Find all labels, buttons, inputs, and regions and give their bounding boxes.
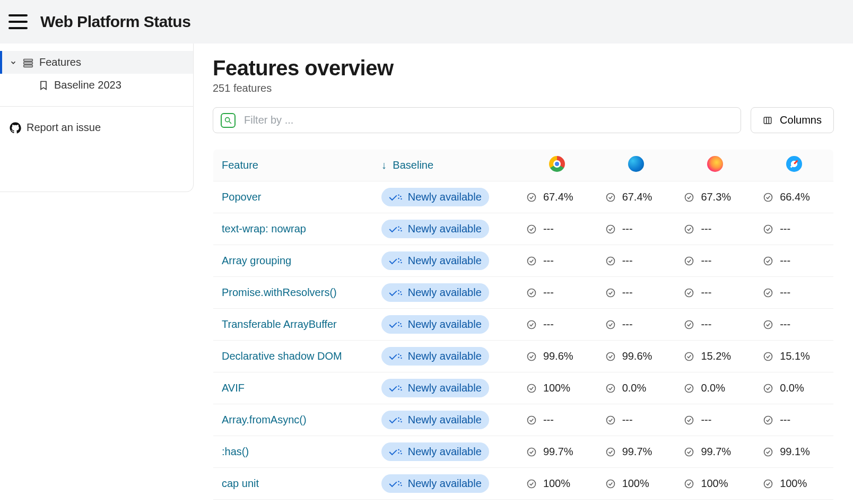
sidebar-item-label: Baseline 2023 (54, 79, 121, 91)
feature-link[interactable]: :has() (222, 446, 249, 457)
browser-cell: 100% (754, 500, 833, 505)
svg-point-12 (527, 193, 535, 201)
browser-value: 99.1% (780, 446, 814, 458)
browser-value: --- (780, 286, 814, 299)
svg-point-64 (398, 417, 399, 418)
svg-point-45 (606, 320, 614, 328)
check-icon (605, 224, 616, 234)
browser-cell: 67.4% (597, 181, 676, 213)
baseline-icon (389, 320, 403, 329)
browser-value: --- (701, 318, 735, 331)
baseline-badge-label: Newly available (408, 255, 482, 267)
browser-value: 15.2% (701, 350, 735, 362)
firefox-icon (707, 156, 723, 172)
browser-value: 100% (543, 477, 577, 490)
browser-cell: --- (597, 213, 676, 245)
svg-point-23 (764, 225, 772, 233)
col-safari[interactable] (754, 150, 833, 181)
search-input[interactable] (244, 114, 733, 126)
baseline-icon (389, 384, 403, 393)
check-icon (763, 383, 773, 394)
col-feature[interactable]: Feature (213, 150, 373, 181)
svg-point-11 (401, 198, 402, 199)
baseline-badge: Newly available (381, 474, 489, 493)
browser-cell: --- (597, 404, 676, 436)
columns-button[interactable]: Columns (751, 107, 834, 133)
svg-point-15 (764, 193, 772, 201)
feature-link[interactable]: Array grouping (222, 255, 291, 266)
browser-value: --- (543, 318, 577, 331)
sidebar-item-features[interactable]: Features (0, 51, 193, 74)
col-chrome[interactable] (518, 150, 597, 181)
browser-cell: 0.0% (597, 372, 676, 404)
browser-cell: 66.4% (754, 181, 833, 213)
browser-cell: --- (597, 309, 676, 341)
browser-value: --- (622, 318, 656, 331)
browser-cell: 100% (518, 468, 597, 500)
svg-point-47 (764, 320, 772, 328)
browser-cell: --- (754, 404, 833, 436)
check-icon (526, 351, 537, 362)
baseline-icon (389, 415, 403, 425)
browser-cell: 100% (754, 468, 833, 500)
check-icon (684, 224, 694, 234)
svg-point-20 (527, 225, 535, 233)
feature-link[interactable]: Declarative shadow DOM (222, 350, 342, 362)
table-row: counter-setNewly available100%100%100%10… (213, 500, 834, 505)
baseline-badge: Newly available (381, 347, 489, 366)
col-edge[interactable] (597, 150, 676, 181)
browser-cell: 100% (597, 468, 676, 500)
svg-point-69 (606, 416, 614, 424)
search-icon (221, 113, 236, 128)
svg-point-53 (606, 352, 614, 360)
browser-cell: --- (597, 245, 676, 277)
sidebar-item-baseline[interactable]: Baseline 2023 (0, 74, 193, 97)
filter-box[interactable] (213, 107, 741, 133)
feature-link[interactable]: Transferable ArrayBuffer (222, 318, 337, 330)
baseline-badge: Newly available (381, 442, 489, 461)
github-icon (10, 122, 21, 134)
sidebar: Features Baseline 2023 Report an issue (0, 44, 194, 192)
col-firefox[interactable] (675, 150, 754, 181)
svg-point-37 (606, 289, 614, 297)
check-icon (526, 415, 537, 425)
browser-cell: 100% (518, 372, 597, 404)
svg-point-78 (685, 448, 693, 456)
sidebar-item-label: Features (39, 56, 81, 68)
svg-point-36 (527, 289, 535, 297)
check-icon (684, 192, 694, 203)
svg-point-19 (401, 230, 402, 231)
app-header: Web Platform Status (0, 0, 853, 44)
browser-cell: --- (518, 245, 597, 277)
browser-value: 67.4% (543, 191, 577, 203)
browser-cell: --- (597, 277, 676, 309)
feature-link[interactable]: cap unit (222, 477, 259, 489)
baseline-badge-label: Newly available (408, 350, 482, 362)
check-icon (763, 479, 773, 489)
browser-value: --- (780, 223, 814, 235)
svg-line-4 (229, 121, 231, 124)
feature-link[interactable]: AVIF (222, 382, 245, 394)
svg-point-28 (527, 257, 535, 265)
svg-point-74 (398, 452, 399, 453)
svg-point-10 (398, 197, 399, 198)
table-row: Array groupingNewly available-----------… (213, 245, 834, 277)
check-icon (684, 256, 694, 266)
svg-point-51 (401, 357, 402, 358)
check-icon (763, 192, 773, 203)
check-icon (605, 256, 616, 266)
browser-value: 99.7% (622, 446, 656, 458)
sidebar-item-report[interactable]: Report an issue (0, 116, 193, 139)
svg-point-18 (398, 229, 399, 230)
menu-icon[interactable] (8, 14, 28, 29)
feature-link[interactable]: Promise.withResolvers() (222, 286, 337, 298)
baseline-icon (389, 224, 403, 234)
feature-link[interactable]: Array.fromAsync() (222, 414, 307, 425)
check-icon (526, 479, 537, 489)
svg-point-54 (685, 352, 693, 360)
svg-point-79 (764, 448, 772, 456)
feature-link[interactable]: Popover (222, 191, 262, 203)
feature-link[interactable]: text-wrap: nowrap (222, 223, 306, 234)
safari-icon (786, 156, 802, 172)
col-baseline[interactable]: ↓ Baseline (373, 150, 518, 181)
